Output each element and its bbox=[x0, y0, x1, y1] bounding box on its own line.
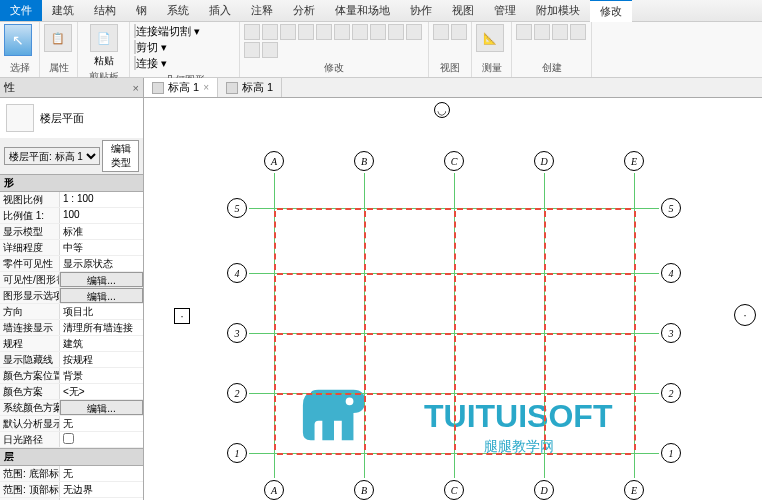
model-line-horizontal[interactable] bbox=[547, 333, 631, 335]
elevation-marker-north[interactable]: ◡ bbox=[434, 102, 450, 118]
model-line-vertical[interactable] bbox=[364, 211, 366, 270]
model-line-vertical[interactable] bbox=[634, 211, 636, 270]
model-line-horizontal[interactable] bbox=[547, 453, 631, 455]
prop-value[interactable]: 1 : 100 bbox=[60, 192, 143, 207]
copy-icon[interactable] bbox=[316, 24, 332, 40]
create-icon3[interactable] bbox=[552, 24, 568, 40]
prop-value[interactable]: 清理所有墙连接 bbox=[60, 320, 143, 335]
grid-bubble-top[interactable]: E bbox=[624, 151, 644, 171]
grid-bubble-bottom[interactable]: D bbox=[534, 480, 554, 500]
prop-value[interactable]: 编辑... bbox=[60, 400, 143, 415]
create-icon4[interactable] bbox=[570, 24, 586, 40]
paste-icon[interactable]: 📄 bbox=[90, 24, 118, 52]
model-line-horizontal[interactable] bbox=[547, 208, 631, 210]
grid-bubble-top[interactable]: C bbox=[444, 151, 464, 171]
offset-icon[interactable] bbox=[262, 24, 278, 40]
model-line-vertical[interactable] bbox=[274, 396, 276, 450]
grid-bubble-top[interactable]: A bbox=[264, 151, 284, 171]
model-line-vertical[interactable] bbox=[364, 336, 366, 390]
prop-value[interactable]: <无> bbox=[60, 384, 143, 399]
model-line-horizontal[interactable] bbox=[367, 393, 451, 395]
tab-massing[interactable]: 体量和场地 bbox=[325, 0, 400, 21]
tab-manage[interactable]: 管理 bbox=[484, 0, 526, 21]
split-icon[interactable] bbox=[370, 24, 386, 40]
model-line-horizontal[interactable] bbox=[367, 333, 451, 335]
prop-value[interactable]: 无 bbox=[60, 466, 143, 481]
join-button[interactable]: 连接 ▾ bbox=[134, 56, 235, 71]
model-line-horizontal[interactable] bbox=[277, 208, 361, 210]
model-line-vertical[interactable] bbox=[454, 396, 456, 450]
prop-value[interactable]: 无 bbox=[60, 416, 143, 431]
grid-bubble-bottom[interactable]: A bbox=[264, 480, 284, 500]
model-line-horizontal[interactable] bbox=[367, 453, 451, 455]
tab-collaborate[interactable]: 协作 bbox=[400, 0, 442, 21]
grid-bubble-left[interactable]: 1 bbox=[227, 443, 247, 463]
scale-icon[interactable] bbox=[406, 24, 422, 40]
cope-button[interactable]: 连接端切割 ▾ bbox=[134, 24, 235, 39]
properties-grid[interactable]: 形视图比例1 : 100比例值 1:100显示模型标准详细程度中等零件可见性显示… bbox=[0, 174, 143, 500]
tab-steel[interactable]: 钢 bbox=[126, 0, 157, 21]
model-line-vertical[interactable] bbox=[544, 396, 546, 450]
grid-bubble-top[interactable]: B bbox=[354, 151, 374, 171]
modify-tool-icon[interactable]: ↖ bbox=[4, 24, 32, 56]
model-line-horizontal[interactable] bbox=[367, 208, 451, 210]
prop-value[interactable]: 标准 bbox=[60, 224, 143, 239]
delete-icon[interactable] bbox=[262, 42, 278, 58]
prop-value[interactable]: 中等 bbox=[60, 240, 143, 255]
grid-bubble-left[interactable]: 4 bbox=[227, 263, 247, 283]
prop-value[interactable]: 无边界 bbox=[60, 482, 143, 497]
edit-type-button[interactable]: 编辑类型 bbox=[102, 140, 139, 172]
array-icon[interactable] bbox=[388, 24, 404, 40]
model-line-horizontal[interactable] bbox=[367, 273, 451, 275]
grid-bubble-right[interactable]: 4 bbox=[661, 263, 681, 283]
model-line-horizontal[interactable] bbox=[457, 453, 541, 455]
model-line-vertical[interactable] bbox=[364, 276, 366, 330]
cut-button[interactable]: 剪切 ▾ bbox=[134, 40, 235, 55]
prop-value[interactable]: 编辑... bbox=[60, 272, 143, 287]
model-line-vertical[interactable] bbox=[274, 276, 276, 330]
grid-bubble-right[interactable]: 3 bbox=[661, 323, 681, 343]
drawing-canvas[interactable]: ◡ · · TUITUISOFT 腿腿教学网 AABBCCDDEE5544332… bbox=[144, 98, 762, 500]
tab-addins[interactable]: 附加模块 bbox=[526, 0, 590, 21]
move-icon[interactable] bbox=[298, 24, 314, 40]
tab-systems[interactable]: 系统 bbox=[157, 0, 199, 21]
model-line-horizontal[interactable] bbox=[277, 393, 361, 395]
mirror-icon[interactable] bbox=[280, 24, 296, 40]
prop-value[interactable]: 按规程 bbox=[60, 352, 143, 367]
model-line-vertical[interactable] bbox=[274, 211, 276, 270]
trim-icon[interactable] bbox=[352, 24, 368, 40]
grid-bubble-right[interactable]: 1 bbox=[661, 443, 681, 463]
grid-bubble-left[interactable]: 5 bbox=[227, 198, 247, 218]
tab-insert[interactable]: 插入 bbox=[199, 0, 241, 21]
tab-analyze[interactable]: 分析 bbox=[283, 0, 325, 21]
model-line-vertical[interactable] bbox=[454, 276, 456, 330]
model-line-vertical[interactable] bbox=[544, 336, 546, 390]
file-menu[interactable]: 文件 bbox=[0, 0, 42, 21]
doc-tab-2[interactable]: 标高 1 bbox=[218, 78, 282, 97]
type-selector-row[interactable]: 楼层平面 bbox=[0, 98, 143, 138]
grid-bubble-left[interactable]: 2 bbox=[227, 383, 247, 403]
grid-bubble-right[interactable]: 2 bbox=[661, 383, 681, 403]
model-line-vertical[interactable] bbox=[544, 276, 546, 330]
model-line-vertical[interactable] bbox=[364, 396, 366, 450]
panel-close-icon[interactable]: × bbox=[133, 82, 139, 94]
view-icon1[interactable] bbox=[433, 24, 449, 40]
instance-selector[interactable]: 楼层平面: 标高 1 bbox=[4, 147, 100, 165]
grid-bubble-top[interactable]: D bbox=[534, 151, 554, 171]
prop-value[interactable]: 显示原状态 bbox=[60, 256, 143, 271]
tab-modify[interactable]: 修改 bbox=[590, 0, 632, 22]
model-line-horizontal[interactable] bbox=[277, 453, 361, 455]
model-line-vertical[interactable] bbox=[544, 211, 546, 270]
measure-icon[interactable]: 📐 bbox=[476, 24, 504, 52]
model-line-horizontal[interactable] bbox=[457, 393, 541, 395]
model-line-vertical[interactable] bbox=[274, 336, 276, 390]
prop-value[interactable]: 背景 bbox=[60, 368, 143, 383]
create-icon1[interactable] bbox=[516, 24, 532, 40]
prop-value[interactable]: 编辑... bbox=[60, 288, 143, 303]
model-line-vertical[interactable] bbox=[634, 276, 636, 330]
prop-value[interactable]: 100 bbox=[60, 208, 143, 223]
model-line-horizontal[interactable] bbox=[457, 273, 541, 275]
prop-value[interactable] bbox=[60, 432, 143, 447]
grid-bubble-bottom[interactable]: C bbox=[444, 480, 464, 500]
prop-section-header[interactable]: 层 bbox=[0, 448, 143, 466]
